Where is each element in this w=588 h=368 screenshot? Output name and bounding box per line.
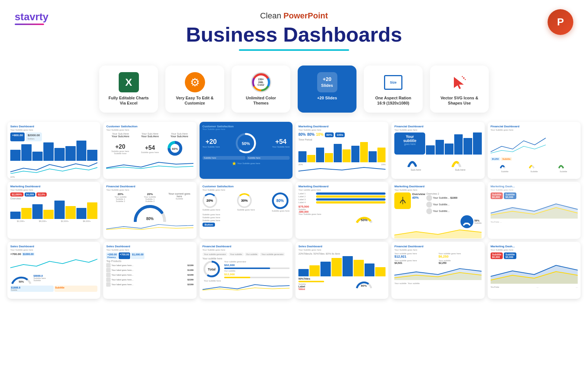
dashboard-fin3: Financial Dashboard Your Subtitle goes h… — [103, 182, 196, 239]
dash-subtitle-seles2: Your Subtitle goes here — [298, 249, 386, 251]
dash-title-mkt1: Marketing Dashboard — [298, 125, 386, 128]
dashboard-mkt4: Marketing Dashboard Your Subtitle goes h… — [391, 182, 484, 239]
ppt-letter: P — [557, 16, 564, 28]
dash-subtitle-fin3: Your Subtitle goes here — [106, 189, 193, 191]
header-subtitle: Clean PowerPoint — [7, 11, 581, 21]
feature-easy-label: Very Easy To Edit & Customize — [173, 95, 217, 106]
dashboard-sales1: Sales Dashboard Your Subtitle goes here … — [7, 122, 100, 179]
dashboard-mkt1: Marketing Dashboard Your Subtitle goes h… — [295, 122, 388, 179]
dashboard-partial1: Marketing Dash... Your Subtitle goes her… — [488, 182, 581, 239]
dash-subtitle-fin1: Your Subtitle goes here — [394, 129, 481, 131]
svg-marker-0 — [454, 77, 464, 89]
header-title: Business Dashboards — [7, 22, 581, 46]
svg-point-2 — [462, 76, 463, 77]
dashboard-fin5: Financial Dashboard Your Subtitle goes h… — [391, 242, 484, 299]
dash-subtitle-mkt2: Your Subtitle goes here — [10, 189, 97, 191]
dashboard-mkt2: Marketing Dashboard Your Subtitle goes h… — [7, 182, 100, 239]
dashboard-grid-row2: Marketing Dashboard Your Subtitle goes h… — [0, 182, 588, 239]
gear-icon: ⚙ — [185, 72, 205, 92]
feature-vector-label: Vector SVG Icons & Shapes Use — [437, 95, 481, 106]
dashboard-csat1: Customer Satisfaction Your Subtitle goes… — [103, 122, 196, 179]
svg-text:80%: 80% — [361, 284, 367, 287]
size-box: Size — [384, 75, 402, 90]
dash-title-mkt2: Marketing Dashboard — [10, 185, 97, 188]
feature-slides: +20Slides +20 Slides — [298, 66, 356, 113]
dash-subtitle-mkt1: Your Subtitle goes here — [298, 129, 386, 131]
excel-icon: X — [119, 72, 139, 92]
dashboard-grid-row1: Sales Dashboard Your Subtitle goes here … — [0, 122, 588, 179]
dash-subtitle-fin2: Your Subtitle goes here — [491, 129, 578, 131]
dash-title-seles2: Seles Dashboard — [298, 245, 386, 248]
dash-subtitle-mkt3: Your subtitle goes here — [298, 189, 386, 191]
dash-subtitle-csat2: Your Subtitle goes here — [202, 128, 290, 130]
feature-size-label: One Aspect Ration 16:9 (1920x1080) — [371, 95, 415, 106]
dashboard-mkt5: Marketing Dash... Your Subtitle goes her… — [488, 242, 581, 299]
dash-title-fin2: Financial Dashboard — [491, 125, 578, 128]
dash-title-csat1: Customer Satisfaction — [106, 125, 193, 128]
dash-subtitle-sales2: Your Subtitle goes here — [10, 249, 97, 251]
features-section: X Fully Editable Charts Via Excel ⚙ Very… — [0, 62, 588, 116]
page-header: stavrty P Clean PowerPoint Business Dash… — [0, 0, 588, 62]
dash-title-sales1: Sales Dashboard — [10, 125, 97, 128]
dashboard-mkt3: Marketing Dashboard Your subtitle goes h… — [295, 182, 388, 239]
svg-point-1 — [463, 77, 465, 79]
feature-slides-label: +20 Slides — [317, 95, 337, 100]
subtitle-normal: Clean — [260, 11, 284, 20]
dash-title-csat2: Customer Satisfaction — [202, 125, 290, 128]
logo-text: stavrty — [15, 11, 49, 22]
dash-title-sales2: Sales Dashboard — [10, 245, 97, 248]
svg-text:60%: 60% — [172, 147, 178, 151]
dash-title-fin1: Financial Dashboard — [394, 125, 481, 128]
slides-icon: +20Slides — [317, 72, 337, 92]
svg-text:59%: 59% — [465, 222, 469, 224]
feature-excel: X Fully Editable Charts Via Excel — [99, 66, 158, 113]
dash-title-mkt5: Marketing Dash... — [491, 245, 578, 248]
dash-subtitle-fin5: Your Subtitle goes here — [394, 249, 481, 251]
feature-excel-label: Fully Editable Charts Via Excel — [107, 95, 151, 106]
cursor-icon — [449, 72, 470, 92]
dash-subtitle-sales1: Your Subtitle goes here — [10, 129, 97, 131]
dash-title-seles1: Seles Dashboard — [106, 245, 193, 248]
dashboard-grid-row3: Sales Dashboard Your Subtitle goes here … — [0, 242, 588, 299]
feature-color-label: Unlimited Color Themes — [239, 95, 283, 106]
feature-easy: ⚙ Very Easy To Edit & Customize — [165, 66, 224, 113]
dash-title-fin3: Financial Dashboard — [106, 185, 193, 188]
feature-vector: Vector SVG Icons & Shapes Use — [430, 66, 489, 113]
dashboard-csat2: Customer Satisfaction Your Subtitle goes… — [200, 122, 293, 179]
svg-text:Total: Total — [208, 268, 215, 271]
dash-subtitle-mkt5: Your Subtitle goes here — [491, 249, 578, 251]
svg-text:50%: 50% — [19, 280, 24, 283]
dashboard-fin2: Financial Dashboard Your Subtitle goes h… — [488, 122, 581, 179]
svg-text:80%: 80% — [146, 217, 154, 221]
color-circle-icon: 150+XMLColor — [251, 72, 271, 92]
feature-size: Size One Aspect Ration 16:9 (1920x1080) — [364, 66, 423, 113]
svg-text:50%: 50% — [361, 218, 368, 222]
dash-title-fin4: Financial Dashboard — [202, 245, 290, 248]
dashboard-sales2: Sales Dashboard Your Subtitle goes here … — [7, 242, 100, 299]
dash-subtitle-mkt4: Your Subtitle goes here — [394, 189, 481, 191]
dash-subtitle-csat1: Your Subtitle goes here — [106, 129, 193, 131]
svg-text:50%: 50% — [242, 141, 250, 146]
dash-title-csat3: Customer Satisfaction — [202, 185, 290, 188]
logo-underline — [15, 24, 44, 25]
dashboard-csat3: Customer Satisfaction Your Subtitle goes… — [200, 182, 293, 239]
dash-title-partial1: Marketing Dash... — [491, 185, 578, 188]
dash-title-mkt3: Marketing Dashboard — [298, 185, 386, 188]
dash-title-mkt4: Marketing Dashboard — [394, 185, 481, 188]
dash-subtitle-csat3: Your Subtitle goes here — [202, 189, 290, 191]
dash-subtitle-seles1: Your Subtitle goes here — [106, 249, 193, 251]
logo: stavrty — [15, 11, 49, 25]
powerpoint-icon: P — [548, 9, 573, 35]
size-icon: Size — [383, 72, 404, 92]
dash-subtitle-fin4: Your Subtitle goes here — [202, 249, 290, 251]
header-decoration — [239, 49, 349, 51]
dashboard-fin1: Financial Dashboard Your Subtitle goes h… — [391, 122, 484, 179]
feature-color: 150+XMLColor Unlimited Color Themes — [232, 66, 290, 113]
dashboard-fin4: Financial Dashboard Your Subtitle goes h… — [200, 242, 293, 299]
dash-subtitle-partial1: Your Subtitle goes here — [491, 189, 578, 191]
dashboard-seles1: Seles Dashboard Your Subtitle goes here … — [103, 242, 196, 299]
svg-point-3 — [465, 79, 466, 80]
dashboard-seles2: Seles Dashboard Your Subtitle goes here … — [295, 242, 388, 299]
ppt-logo: P — [548, 9, 573, 35]
color-circle-inner: 150+XMLColor — [254, 75, 268, 89]
